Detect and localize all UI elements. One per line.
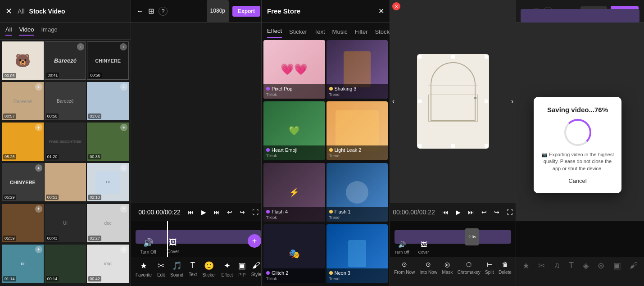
- add-btn-15[interactable]: +: [120, 205, 127, 213]
- preview-close-button[interactable]: ✕: [392, 2, 400, 10]
- tool-sound[interactable]: 🎵 Sound: [170, 261, 183, 277]
- preview-forward-button[interactable]: ⏭: [468, 209, 474, 216]
- preview-tool-from-now[interactable]: ⊙ From Now: [394, 261, 415, 275]
- video-thumb-15[interactable]: doc 01:27 +: [87, 204, 129, 242]
- preview-fullscreen-button[interactable]: ⛶: [507, 209, 513, 216]
- add-btn-16[interactable]: +: [35, 246, 42, 253]
- video-thumb-16[interactable]: ui 01:14 +: [2, 245, 44, 283]
- tool-pip[interactable]: ▣ PIP: [238, 261, 246, 277]
- video-thumb-10[interactable]: CHINYERE 05:29 +: [2, 163, 44, 201]
- preview-undo-button[interactable]: ↩: [481, 209, 487, 216]
- duration-14: 00:43: [46, 236, 59, 241]
- video-thumb-11[interactable]: 00:51: [45, 163, 86, 201]
- add-btn-7[interactable]: +: [35, 124, 42, 131]
- store-item-shaking-3[interactable]: Shaking 3Trend: [327, 40, 388, 99]
- store-item-pixel-pop[interactable]: 💗💗 Pixel PopTiktok: [263, 40, 325, 99]
- preview-tool-split[interactable]: ⊢ Split: [485, 261, 494, 275]
- right-tool-4[interactable]: T: [569, 261, 574, 270]
- right-tool-8[interactable]: 🖌: [630, 261, 638, 270]
- preview-sound-control[interactable]: 🔊 Turn Off: [395, 241, 409, 254]
- right-tool-3[interactable]: ♫: [554, 261, 560, 270]
- video-thumb-18[interactable]: img 00:42 +: [87, 245, 129, 283]
- store-item-flash-4[interactable]: ⚡ Flash 4Tiktok: [263, 163, 325, 222]
- rewind-button[interactable]: ⏮: [188, 209, 194, 216]
- store-tab-stock[interactable]: Stock: [375, 28, 390, 38]
- sound-control[interactable]: 🔊 Turn Off: [140, 238, 156, 254]
- grid-button[interactable]: ⊞: [148, 7, 154, 15]
- add-btn-3[interactable]: +: [120, 43, 127, 50]
- preview-play-button[interactable]: ▶: [456, 209, 461, 216]
- preview-redo-button[interactable]: ↪: [494, 209, 499, 216]
- right-timeline-track[interactable]: [521, 9, 639, 23]
- add-btn-13[interactable]: +: [35, 205, 42, 213]
- cover-control[interactable]: 🖼 Cover: [167, 238, 179, 254]
- store-tab-effect[interactable]: Effect: [267, 27, 282, 38]
- play-button[interactable]: ▶: [201, 209, 206, 216]
- preview-tool-into-now[interactable]: ⊙ Into Now: [420, 261, 437, 275]
- redo-button[interactable]: ↪: [240, 209, 245, 216]
- video-thumb-4[interactable]: Bareezé 00:57 +: [2, 82, 44, 120]
- preview-rewind-button[interactable]: ⏮: [442, 209, 449, 216]
- video-thumb-8[interactable]: FREE BEECHTREE 01:20: [45, 123, 86, 161]
- video-thumb-13[interactable]: 05:39 +: [2, 204, 44, 242]
- tab-image[interactable]: Image: [41, 26, 57, 36]
- undo-button[interactable]: ↩: [227, 209, 232, 216]
- store-item-flash-1[interactable]: Flash 1Trend: [327, 163, 388, 222]
- tool-edit[interactable]: ✂ Edit: [157, 261, 165, 277]
- export-button[interactable]: Export: [232, 6, 260, 17]
- store-tab-filter[interactable]: Filter: [355, 28, 368, 38]
- preview-tool-mask[interactable]: ◎ Mask: [442, 261, 453, 275]
- store-item-7[interactable]: 🎭 Glitch 2Tiktok: [263, 224, 325, 283]
- tab-all[interactable]: All: [5, 26, 12, 36]
- preview-tool-delete[interactable]: 🗑 Delete: [499, 261, 512, 275]
- right-tool-2[interactable]: ✂: [538, 261, 545, 271]
- clip-marker[interactable]: 2.0s: [465, 228, 479, 245]
- video-thumb-3[interactable]: CHINYERE 00:58 +: [87, 41, 129, 80]
- preview-next-button[interactable]: ›: [511, 97, 513, 105]
- store-close-button[interactable]: ✕: [378, 7, 384, 15]
- store-item-8[interactable]: Neon 3Trend: [327, 224, 388, 283]
- right-tool-6[interactable]: ⊛: [598, 261, 604, 271]
- add-btn-18[interactable]: +: [120, 246, 127, 253]
- video-thumb-7[interactable]: 05:26 +: [2, 123, 44, 161]
- all-label: All: [18, 8, 25, 15]
- preview-bottom-toolbar: ⊙ From Now ⊙ Into Now ◎ Mask ⬡ Chromakey…: [390, 257, 516, 286]
- tool-favorite[interactable]: ★ Favorite: [136, 261, 152, 277]
- video-thumb-9[interactable]: 00:36 +: [87, 123, 129, 161]
- tool-text[interactable]: T Text: [189, 261, 197, 277]
- right-tool-7[interactable]: ▣: [613, 261, 621, 271]
- store-item-heart-emoji[interactable]: 💚 Heart EmojiTiktok: [263, 101, 325, 160]
- fullscreen-button[interactable]: ⛶: [252, 209, 259, 216]
- saving-cancel-button[interactable]: Cancel: [568, 177, 586, 184]
- help-button[interactable]: ?: [159, 7, 168, 16]
- preview-tool-chromakey[interactable]: ⬡ Chromakey: [458, 261, 481, 275]
- preview-prev-button[interactable]: ‹: [392, 97, 395, 105]
- resolution-selector[interactable]: 1080p: [207, 0, 229, 23]
- right-tool-5[interactable]: ◈: [583, 261, 589, 271]
- store-tab-sticker[interactable]: Sticker: [289, 28, 307, 38]
- video-thumb-5[interactable]: Bareezé 00:50: [45, 82, 86, 120]
- video-thumb-14[interactable]: UI 00:43: [45, 204, 86, 242]
- tab-video[interactable]: Video: [19, 26, 34, 36]
- add-btn-4[interactable]: +: [35, 83, 42, 91]
- store-item-label-3: Heart EmojiTiktok: [263, 145, 325, 160]
- preview-cover-control[interactable]: 🖼 Cover: [418, 241, 429, 254]
- store-tab-music[interactable]: Music: [332, 28, 348, 38]
- tool-style[interactable]: 🖌 Style: [251, 261, 261, 277]
- tool-sticker[interactable]: 🙂 Sticker: [202, 261, 216, 277]
- video-thumb-2[interactable]: Bareezé 00:41 +: [45, 41, 86, 80]
- video-thumb-17[interactable]: 00:14: [45, 245, 86, 283]
- video-thumb-6[interactable]: 01:02 +: [87, 82, 129, 120]
- video-thumb-12[interactable]: UI 02:13 +: [87, 163, 129, 201]
- video-thumb-1[interactable]: 🐻 00:05: [2, 41, 44, 80]
- duration-8: 01:20: [46, 154, 59, 159]
- left-close-button[interactable]: ✕: [5, 6, 12, 16]
- right-tool-1[interactable]: ★: [522, 261, 530, 271]
- back-button[interactable]: ←: [136, 7, 144, 15]
- tool-effect[interactable]: ✦ Effect: [222, 261, 233, 277]
- store-tab-text[interactable]: Text: [314, 28, 325, 38]
- duration-12: 02:13: [88, 195, 101, 200]
- add-clip-button[interactable]: +: [248, 234, 261, 248]
- store-item-light-leak-2[interactable]: Light Leak 2Trend: [327, 101, 388, 160]
- forward-button[interactable]: ⏭: [213, 209, 220, 216]
